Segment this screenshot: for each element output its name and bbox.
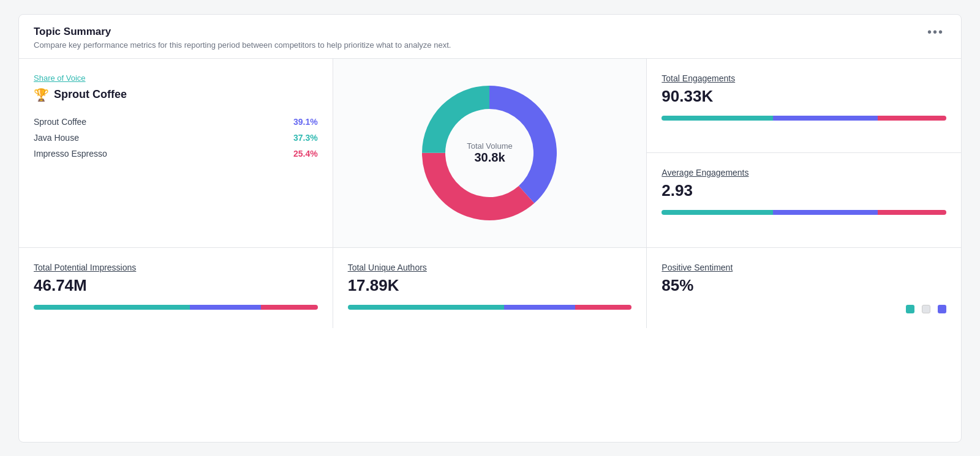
total-impressions-label[interactable]: Total Potential Impressions <box>34 263 318 272</box>
sov-brand-row: Java House 37.3% <box>34 133 318 143</box>
more-button[interactable]: ••• <box>925 26 946 38</box>
donut-chart: Total Volume 30.8k <box>410 73 569 233</box>
sentiment-legend <box>662 305 946 313</box>
main-grid: Share of Voice 🏆 Sprout Coffee Sprout Co… <box>19 59 961 328</box>
total-engagements-section: Total Engagements 90.33K <box>647 59 961 154</box>
sov-brand-row: Impresso Espresso 25.4% <box>34 149 318 159</box>
total-authors-cell: Total Unique Authors 17.89K <box>333 248 647 328</box>
donut-center: Total Volume 30.8k <box>467 141 512 165</box>
sov-brand-pct: 39.1% <box>293 117 318 127</box>
sov-brand-pct: 25.4% <box>293 149 318 159</box>
share-of-voice-cell: Share of Voice 🏆 Sprout Coffee Sprout Co… <box>19 59 333 248</box>
topic-summary-card: Topic Summary Compare key performance me… <box>18 14 962 443</box>
avg-engagements-section: Average Engagements 2.93 <box>647 153 961 247</box>
avg-engagements-value: 2.93 <box>662 181 946 200</box>
total-authors-value: 17.89K <box>348 276 632 295</box>
bar-segment <box>878 210 946 215</box>
positive-sentiment-label[interactable]: Positive Sentiment <box>662 263 946 272</box>
sov-label[interactable]: Share of Voice <box>34 73 318 83</box>
total-impressions-value: 46.74M <box>34 276 318 295</box>
header-text: Topic Summary Compare key performance me… <box>34 26 451 50</box>
sov-brand-list: Sprout Coffee 39.1% Java House 37.3% Imp… <box>34 117 318 159</box>
bar-segment <box>190 305 261 310</box>
donut-center-label: Total Volume <box>467 141 512 151</box>
donut-chart-cell: Total Volume 30.8k <box>333 59 647 248</box>
avg-engagements-bar <box>662 210 946 215</box>
sov-brand-row: Sprout Coffee 39.1% <box>34 117 318 127</box>
bar-segment <box>348 305 504 310</box>
total-authors-bar <box>348 305 632 310</box>
total-impressions-bar <box>34 305 318 310</box>
donut-center-value: 30.8k <box>467 151 512 165</box>
sov-brand-name: Impresso Espresso <box>34 149 107 159</box>
bar-segment <box>662 116 772 121</box>
sov-winner: 🏆 Sprout Coffee <box>34 88 318 102</box>
bar-segment <box>575 305 632 310</box>
bar-segment <box>773 116 878 121</box>
engagements-cell: Total Engagements 90.33K Average Engagem… <box>647 59 961 248</box>
bar-segment <box>34 305 190 310</box>
total-authors-label[interactable]: Total Unique Authors <box>348 263 632 272</box>
legend-dot <box>906 305 914 313</box>
bar-segment <box>773 210 878 215</box>
total-engagements-bar <box>662 116 946 121</box>
avg-engagements-label[interactable]: Average Engagements <box>662 168 946 178</box>
bar-segment <box>504 305 575 310</box>
bar-segment <box>662 210 772 215</box>
sov-brand-name: Java House <box>34 133 79 143</box>
sov-winner-name: Sprout Coffee <box>54 88 127 101</box>
legend-dot <box>938 305 946 313</box>
bar-segment <box>261 305 318 310</box>
sov-brand-name: Sprout Coffee <box>34 117 86 127</box>
bar-segment <box>878 116 946 121</box>
trophy-icon: 🏆 <box>34 88 49 102</box>
legend-dot <box>922 305 930 313</box>
total-engagements-label[interactable]: Total Engagements <box>662 73 946 83</box>
card-title: Topic Summary <box>34 26 451 38</box>
card-header: Topic Summary Compare key performance me… <box>19 15 961 59</box>
sov-brand-pct: 37.3% <box>293 133 318 143</box>
positive-sentiment-cell: Positive Sentiment 85% <box>647 248 961 328</box>
card-subtitle: Compare key performance metrics for this… <box>34 40 451 50</box>
positive-sentiment-value: 85% <box>662 276 946 295</box>
total-engagements-value: 90.33K <box>662 87 946 106</box>
total-impressions-cell: Total Potential Impressions 46.74M <box>19 248 333 328</box>
